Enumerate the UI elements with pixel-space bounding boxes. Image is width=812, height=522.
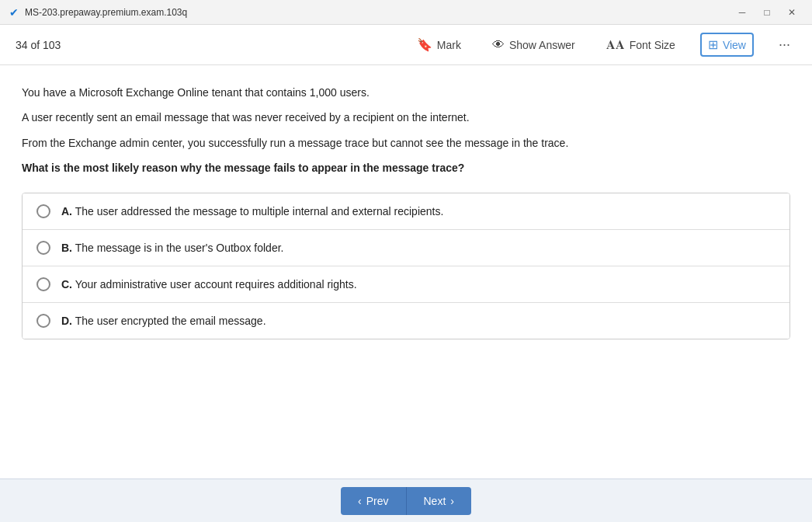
question-line-4: What is the most likely reason why the m… xyxy=(22,159,790,176)
show-answer-label: Show Answer xyxy=(509,39,575,51)
title-bar-controls: ─ □ ✕ xyxy=(731,2,803,23)
question-line-3: From the Exchange admin center, you succ… xyxy=(22,134,790,151)
prev-button[interactable]: ‹ Prev xyxy=(341,487,405,515)
bottom-navigation: ‹ Prev Next › xyxy=(0,478,812,522)
option-c-label: C. Your administrative user account requ… xyxy=(61,278,357,291)
toolbar-actions: 🔖 Mark 👁 Show Answer 𝐀𝐀 Font Size ⊞ View… xyxy=(411,33,796,57)
app-title: MS-203.prepaway.premium.exam.103q xyxy=(25,7,187,18)
option-d-label: D. The user encrypted the email message. xyxy=(61,315,266,327)
option-d-row[interactable]: D. The user encrypted the email message. xyxy=(23,303,789,339)
option-d-radio[interactable] xyxy=(36,314,50,328)
font-size-button[interactable]: 𝐀𝐀 Font Size xyxy=(600,35,682,55)
question-line-1: You have a Microsoft Exchange Online ten… xyxy=(22,84,790,101)
option-c-row[interactable]: C. Your administrative user account requ… xyxy=(23,266,789,303)
maximize-button[interactable]: □ xyxy=(756,2,778,23)
question-line-2: A user recently sent an email message th… xyxy=(22,109,790,126)
next-button[interactable]: Next › xyxy=(407,487,471,515)
option-b-radio[interactable] xyxy=(36,241,50,255)
options-container: A. The user addressed the message to mul… xyxy=(22,193,790,339)
option-b-label: B. The message is in the user's Outbox f… xyxy=(61,242,283,254)
next-label: Next xyxy=(424,495,446,507)
option-c-radio[interactable] xyxy=(36,277,50,291)
option-a-row[interactable]: A. The user addressed the message to mul… xyxy=(23,193,789,230)
option-b-row[interactable]: B. The message is in the user's Outbox f… xyxy=(23,230,789,266)
close-button[interactable]: ✕ xyxy=(781,2,803,23)
view-button[interactable]: ⊞ View xyxy=(700,33,754,57)
mark-label: Mark xyxy=(437,39,461,51)
question-counter: 34 of 103 xyxy=(16,39,411,51)
mark-button[interactable]: 🔖 Mark xyxy=(411,34,467,55)
view-label: View xyxy=(723,39,746,51)
prev-chevron-icon: ‹ xyxy=(358,495,362,507)
more-button[interactable]: ··· xyxy=(772,33,796,56)
option-a-label: A. The user addressed the message to mul… xyxy=(61,205,443,218)
toolbar: 34 of 103 🔖 Mark 👁 Show Answer 𝐀𝐀 Font S… xyxy=(0,25,812,65)
question-block: You have a Microsoft Exchange Online ten… xyxy=(22,84,790,177)
eye-icon: 👁 xyxy=(492,38,505,52)
view-icon: ⊞ xyxy=(708,37,718,52)
prev-label: Prev xyxy=(366,495,389,507)
font-size-label: Font Size xyxy=(630,39,675,51)
title-bar: ✔ MS-203.prepaway.premium.exam.103q ─ □ … xyxy=(0,0,812,25)
option-a-radio[interactable] xyxy=(36,204,50,218)
next-chevron-icon: › xyxy=(450,495,454,507)
title-bar-left: ✔ MS-203.prepaway.premium.exam.103q xyxy=(9,6,187,19)
show-answer-button[interactable]: 👁 Show Answer xyxy=(486,35,581,55)
content-area: You have a Microsoft Exchange Online ten… xyxy=(0,65,812,478)
app-icon: ✔ xyxy=(9,6,19,19)
minimize-button[interactable]: ─ xyxy=(731,2,753,23)
bookmark-icon: 🔖 xyxy=(417,37,432,52)
font-icon: 𝐀𝐀 xyxy=(606,38,625,52)
